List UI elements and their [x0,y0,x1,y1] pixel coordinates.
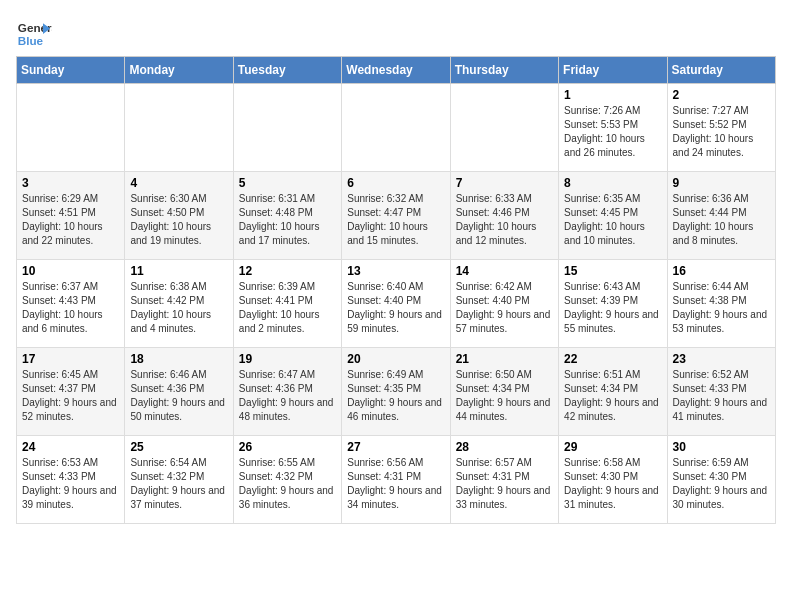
day-cell [233,84,341,172]
day-number: 3 [22,176,119,190]
calendar-body: 1Sunrise: 7:26 AMSunset: 5:53 PMDaylight… [17,84,776,524]
day-detail: Sunrise: 6:42 AMSunset: 4:40 PMDaylight:… [456,280,553,336]
day-detail: Sunrise: 6:50 AMSunset: 4:34 PMDaylight:… [456,368,553,424]
day-number: 25 [130,440,227,454]
day-cell: 14Sunrise: 6:42 AMSunset: 4:40 PMDayligh… [450,260,558,348]
header-day-saturday: Saturday [667,57,775,84]
day-number: 4 [130,176,227,190]
day-detail: Sunrise: 6:58 AMSunset: 4:30 PMDaylight:… [564,456,661,512]
day-number: 6 [347,176,444,190]
day-number: 9 [673,176,770,190]
day-number: 7 [456,176,553,190]
day-number: 12 [239,264,336,278]
day-number: 22 [564,352,661,366]
header-day-wednesday: Wednesday [342,57,450,84]
day-number: 28 [456,440,553,454]
week-row-4: 17Sunrise: 6:45 AMSunset: 4:37 PMDayligh… [17,348,776,436]
day-cell: 2Sunrise: 7:27 AMSunset: 5:52 PMDaylight… [667,84,775,172]
day-cell: 25Sunrise: 6:54 AMSunset: 4:32 PMDayligh… [125,436,233,524]
day-detail: Sunrise: 6:32 AMSunset: 4:47 PMDaylight:… [347,192,444,248]
day-detail: Sunrise: 6:43 AMSunset: 4:39 PMDaylight:… [564,280,661,336]
header-day-sunday: Sunday [17,57,125,84]
day-cell [342,84,450,172]
day-cell: 24Sunrise: 6:53 AMSunset: 4:33 PMDayligh… [17,436,125,524]
day-cell: 5Sunrise: 6:31 AMSunset: 4:48 PMDaylight… [233,172,341,260]
day-detail: Sunrise: 6:57 AMSunset: 4:31 PMDaylight:… [456,456,553,512]
day-number: 19 [239,352,336,366]
day-cell: 18Sunrise: 6:46 AMSunset: 4:36 PMDayligh… [125,348,233,436]
day-number: 20 [347,352,444,366]
day-number: 14 [456,264,553,278]
day-number: 15 [564,264,661,278]
day-detail: Sunrise: 6:56 AMSunset: 4:31 PMDaylight:… [347,456,444,512]
day-cell: 15Sunrise: 6:43 AMSunset: 4:39 PMDayligh… [559,260,667,348]
day-detail: Sunrise: 6:49 AMSunset: 4:35 PMDaylight:… [347,368,444,424]
day-cell [450,84,558,172]
day-number: 10 [22,264,119,278]
svg-text:Blue: Blue [18,34,44,47]
week-row-1: 1Sunrise: 7:26 AMSunset: 5:53 PMDaylight… [17,84,776,172]
day-detail: Sunrise: 6:39 AMSunset: 4:41 PMDaylight:… [239,280,336,336]
day-detail: Sunrise: 6:51 AMSunset: 4:34 PMDaylight:… [564,368,661,424]
day-number: 5 [239,176,336,190]
day-number: 29 [564,440,661,454]
day-number: 13 [347,264,444,278]
day-detail: Sunrise: 7:26 AMSunset: 5:53 PMDaylight:… [564,104,661,160]
day-cell: 20Sunrise: 6:49 AMSunset: 4:35 PMDayligh… [342,348,450,436]
day-number: 26 [239,440,336,454]
header: General Blue [16,16,776,52]
day-cell: 3Sunrise: 6:29 AMSunset: 4:51 PMDaylight… [17,172,125,260]
day-detail: Sunrise: 6:38 AMSunset: 4:42 PMDaylight:… [130,280,227,336]
day-number: 21 [456,352,553,366]
calendar-header: SundayMondayTuesdayWednesdayThursdayFrid… [17,57,776,84]
day-number: 27 [347,440,444,454]
calendar-table: SundayMondayTuesdayWednesdayThursdayFrid… [16,56,776,524]
day-detail: Sunrise: 6:40 AMSunset: 4:40 PMDaylight:… [347,280,444,336]
day-number: 11 [130,264,227,278]
day-cell: 28Sunrise: 6:57 AMSunset: 4:31 PMDayligh… [450,436,558,524]
day-detail: Sunrise: 6:29 AMSunset: 4:51 PMDaylight:… [22,192,119,248]
day-detail: Sunrise: 6:46 AMSunset: 4:36 PMDaylight:… [130,368,227,424]
day-number: 16 [673,264,770,278]
day-cell: 10Sunrise: 6:37 AMSunset: 4:43 PMDayligh… [17,260,125,348]
day-cell: 27Sunrise: 6:56 AMSunset: 4:31 PMDayligh… [342,436,450,524]
day-detail: Sunrise: 6:52 AMSunset: 4:33 PMDaylight:… [673,368,770,424]
day-detail: Sunrise: 6:55 AMSunset: 4:32 PMDaylight:… [239,456,336,512]
day-detail: Sunrise: 6:47 AMSunset: 4:36 PMDaylight:… [239,368,336,424]
logo: General Blue [16,16,52,52]
day-detail: Sunrise: 6:37 AMSunset: 4:43 PMDaylight:… [22,280,119,336]
header-day-monday: Monday [125,57,233,84]
day-detail: Sunrise: 6:30 AMSunset: 4:50 PMDaylight:… [130,192,227,248]
day-cell: 30Sunrise: 6:59 AMSunset: 4:30 PMDayligh… [667,436,775,524]
day-cell: 12Sunrise: 6:39 AMSunset: 4:41 PMDayligh… [233,260,341,348]
day-detail: Sunrise: 6:33 AMSunset: 4:46 PMDaylight:… [456,192,553,248]
day-detail: Sunrise: 6:45 AMSunset: 4:37 PMDaylight:… [22,368,119,424]
day-cell: 21Sunrise: 6:50 AMSunset: 4:34 PMDayligh… [450,348,558,436]
day-number: 17 [22,352,119,366]
day-number: 30 [673,440,770,454]
day-cell: 9Sunrise: 6:36 AMSunset: 4:44 PMDaylight… [667,172,775,260]
day-cell: 29Sunrise: 6:58 AMSunset: 4:30 PMDayligh… [559,436,667,524]
day-cell: 8Sunrise: 6:35 AMSunset: 4:45 PMDaylight… [559,172,667,260]
day-cell: 22Sunrise: 6:51 AMSunset: 4:34 PMDayligh… [559,348,667,436]
day-number: 23 [673,352,770,366]
day-cell: 23Sunrise: 6:52 AMSunset: 4:33 PMDayligh… [667,348,775,436]
day-number: 18 [130,352,227,366]
day-detail: Sunrise: 6:44 AMSunset: 4:38 PMDaylight:… [673,280,770,336]
day-cell: 4Sunrise: 6:30 AMSunset: 4:50 PMDaylight… [125,172,233,260]
day-cell: 13Sunrise: 6:40 AMSunset: 4:40 PMDayligh… [342,260,450,348]
day-cell: 7Sunrise: 6:33 AMSunset: 4:46 PMDaylight… [450,172,558,260]
week-row-3: 10Sunrise: 6:37 AMSunset: 4:43 PMDayligh… [17,260,776,348]
day-cell: 1Sunrise: 7:26 AMSunset: 5:53 PMDaylight… [559,84,667,172]
week-row-5: 24Sunrise: 6:53 AMSunset: 4:33 PMDayligh… [17,436,776,524]
day-cell: 19Sunrise: 6:47 AMSunset: 4:36 PMDayligh… [233,348,341,436]
logo-icon: General Blue [16,16,52,52]
day-number: 24 [22,440,119,454]
day-cell: 26Sunrise: 6:55 AMSunset: 4:32 PMDayligh… [233,436,341,524]
day-detail: Sunrise: 6:36 AMSunset: 4:44 PMDaylight:… [673,192,770,248]
header-day-thursday: Thursday [450,57,558,84]
day-cell [125,84,233,172]
day-detail: Sunrise: 6:35 AMSunset: 4:45 PMDaylight:… [564,192,661,248]
day-detail: Sunrise: 6:53 AMSunset: 4:33 PMDaylight:… [22,456,119,512]
week-row-2: 3Sunrise: 6:29 AMSunset: 4:51 PMDaylight… [17,172,776,260]
